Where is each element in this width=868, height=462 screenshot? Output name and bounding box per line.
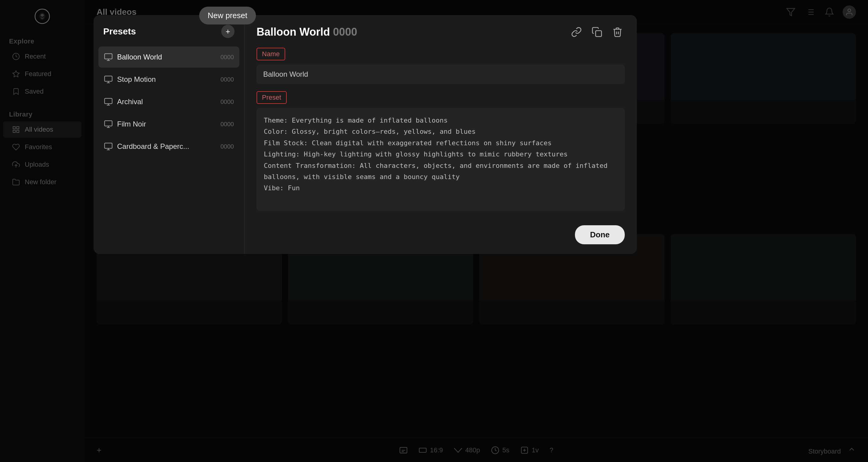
preset-field-label: Preset [256,91,287,104]
name-field-section: Name [256,48,625,84]
detail-title: Balloon World 0000 [256,26,357,38]
preset-name-stop-motion: Stop Motion [117,75,156,84]
preset-item-cardboard[interactable]: Cardboard & Paperc... 0000 [98,136,239,157]
preset-count-cardboard: 0000 [221,143,234,150]
detail-panel: Balloon World 0000 Name Preset [245,15,637,254]
preset-item-archival[interactable]: Archival 0000 [98,91,239,112]
trash-icon [612,27,623,37]
add-preset-button[interactable]: + [221,25,235,38]
preset-icon-balloon-world [104,53,113,62]
preset-list: Balloon World 0000 Stop Motion 0000 Arch… [94,44,244,254]
presets-panel: Presets + Balloon World 0000 Stop Motion… [94,15,245,254]
name-field-label: Name [256,48,285,60]
preset-count-film-noir: 0000 [221,121,234,128]
preset-field-section: Preset [256,91,625,212]
svg-rect-30 [105,98,112,104]
preset-name-archival: Archival [117,97,143,106]
detail-title-count: 0000 [333,26,357,38]
presets-title: Presets [103,26,136,36]
svg-rect-39 [596,31,602,37]
preset-count-archival: 0000 [221,98,234,106]
detail-header: Balloon World 0000 [256,25,625,39]
presets-modal: Presets + Balloon World 0000 Stop Motion… [94,15,637,254]
detail-title-area: Balloon World 0000 [256,26,357,38]
preset-item-balloon-world[interactable]: Balloon World 0000 [98,47,239,68]
preset-name-film-noir: Film Noir [117,120,146,128]
preset-textarea[interactable] [256,108,625,211]
preset-item-stop-motion[interactable]: Stop Motion 0000 [98,69,239,90]
copy-icon [592,27,602,37]
tooltip-label: New preset [208,11,247,20]
add-preset-icon: + [225,27,230,36]
link-button[interactable] [569,25,584,39]
preset-icon-film-noir [104,120,113,128]
preset-count-stop-motion: 0000 [221,76,234,83]
preset-icon-stop-motion [104,75,113,84]
svg-rect-27 [105,76,112,82]
preset-icon-cardboard [104,142,113,151]
new-preset-tooltip: New preset [199,7,256,25]
detail-footer: Done [256,219,625,244]
preset-count-balloon-world: 0000 [221,54,234,61]
preset-name-cardboard: Cardboard & Paperc... [117,142,189,151]
svg-rect-36 [105,143,112,149]
preset-item-film-noir[interactable]: Film Noir 0000 [98,114,239,135]
svg-rect-33 [105,121,112,126]
preset-icon-archival [104,97,113,106]
name-input[interactable] [256,65,625,84]
detail-header-actions [569,25,625,39]
link-icon [571,27,582,37]
preset-name-balloon-world: Balloon World [117,53,162,61]
done-button[interactable]: Done [575,225,625,244]
copy-button[interactable] [590,25,604,39]
svg-rect-24 [105,54,112,59]
delete-button[interactable] [610,25,625,39]
detail-title-name: Balloon World [256,26,330,38]
